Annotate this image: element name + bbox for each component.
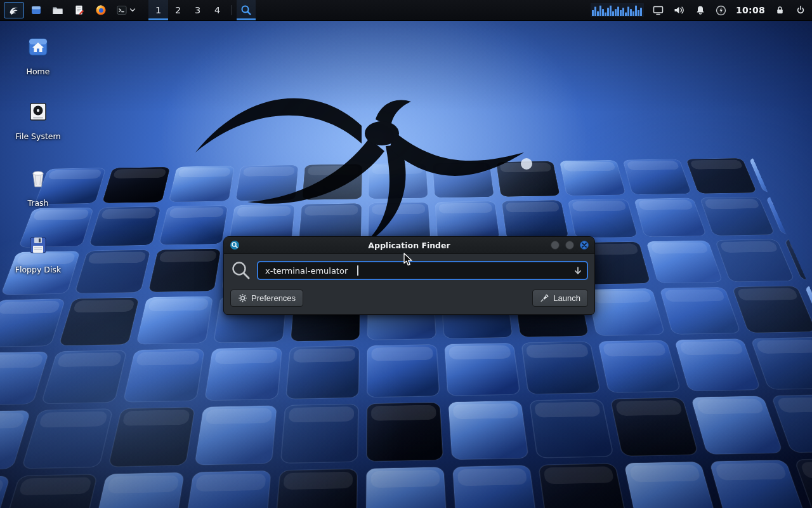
desktop-screen: Home File System Trash Floppy Disk	[0, 0, 812, 508]
firefox-icon	[95, 4, 107, 16]
close-button[interactable]	[580, 241, 589, 250]
launcher-folder[interactable]	[47, 0, 69, 20]
search-input[interactable]	[257, 261, 588, 280]
hard-drive-icon	[27, 100, 49, 123]
workspace-switcher: 1 2 3 4	[148, 0, 227, 20]
desktop-icon-label: File System	[15, 131, 61, 141]
desktop-icon-file-system[interactable]: File System	[5, 100, 71, 141]
kali-logo-icon	[8, 4, 20, 17]
trash-icon	[27, 167, 49, 190]
workspace-number: 3	[195, 5, 200, 15]
desktop-icon-floppy-disk[interactable]: Floppy Disk	[5, 234, 71, 274]
desktop-icon-trash[interactable]: Trash	[5, 167, 71, 208]
preferences-button[interactable]: Preferences	[230, 290, 303, 307]
lock-icon[interactable]	[773, 3, 786, 18]
window-title: Application Finder	[224, 241, 594, 250]
desktop-icon-label: Trash	[27, 198, 48, 208]
display-icon[interactable]	[652, 3, 665, 18]
desktop-icon-label: Home	[27, 67, 50, 76]
terminal-icon	[116, 4, 128, 16]
workspace-2[interactable]: 2	[168, 0, 188, 20]
launcher-firefox[interactable]	[90, 0, 112, 20]
wallpaper-cubes	[0, 156, 812, 508]
workspace-3[interactable]: 3	[188, 0, 207, 20]
launcher-text-editor[interactable]	[69, 0, 90, 20]
floppy-disk-icon	[27, 234, 49, 257]
workspace-4[interactable]: 4	[207, 0, 227, 20]
text-caret	[357, 265, 358, 276]
home-icon	[27, 36, 49, 58]
volume-icon[interactable]	[673, 3, 686, 18]
applications-menu-button[interactable]	[4, 2, 24, 18]
clock[interactable]: 10:08	[736, 5, 765, 15]
cpu-graph[interactable]	[591, 3, 644, 17]
search-icon	[230, 260, 252, 281]
desktop-icon-home[interactable]: Home	[5, 36, 71, 76]
titlebar[interactable]: Application Finder	[224, 237, 594, 254]
close-icon	[582, 243, 587, 248]
text-editor-icon	[74, 4, 85, 16]
launch-button[interactable]: Launch	[532, 290, 588, 307]
power-manager-icon[interactable]	[715, 3, 728, 18]
application-finder-window: Application Finder	[223, 236, 595, 315]
chevron-down-icon	[129, 8, 136, 13]
application-finder-task-icon	[240, 4, 252, 16]
notifications-icon[interactable]	[694, 3, 707, 18]
desktop-icon-label: Floppy Disk	[15, 265, 61, 274]
logout-icon[interactable]	[794, 3, 807, 18]
minimize-button[interactable]	[551, 241, 560, 250]
maximize-button[interactable]	[565, 241, 574, 250]
taskbar-application-finder[interactable]	[237, 0, 256, 20]
workspace-number: 1	[155, 5, 161, 15]
launcher-file-manager[interactable]	[25, 0, 47, 20]
launcher-terminal[interactable]	[112, 0, 140, 20]
top-panel: 1 2 3 4	[0, 0, 812, 21]
folder-icon	[52, 4, 63, 16]
file-manager-icon	[30, 4, 42, 16]
application-finder-icon	[230, 240, 240, 250]
preferences-label: Preferences	[251, 293, 296, 303]
workspace-number: 2	[175, 5, 181, 15]
workspace-number: 4	[214, 5, 220, 15]
panel-separator	[232, 5, 232, 15]
launch-icon	[540, 293, 549, 303]
gear-icon	[238, 293, 247, 303]
workspace-1[interactable]: 1	[148, 0, 168, 20]
dropdown-arrow-icon[interactable]	[573, 266, 582, 275]
launch-label: Launch	[553, 293, 580, 303]
